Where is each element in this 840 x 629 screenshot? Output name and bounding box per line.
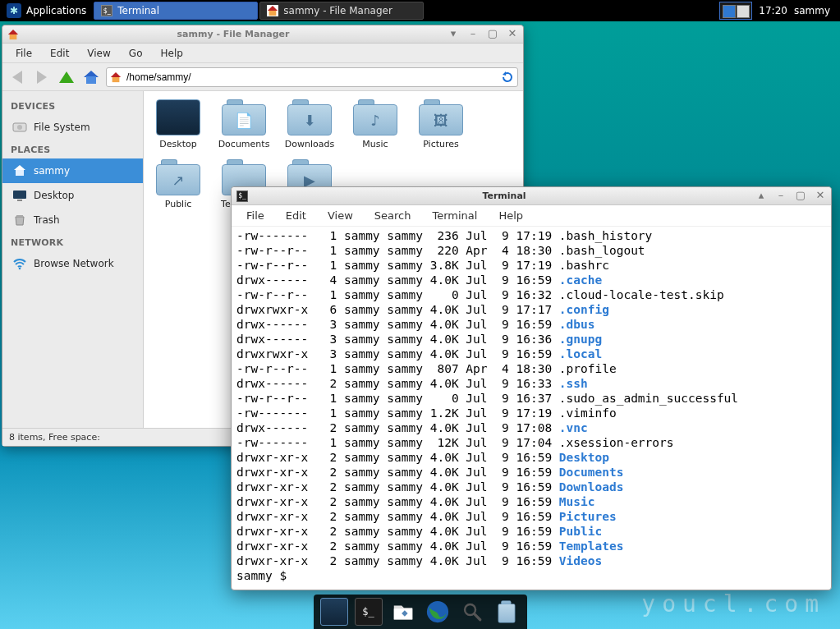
term-menu-file[interactable]: File xyxy=(236,207,274,224)
wifi-icon xyxy=(12,256,27,271)
fm-maximize-button[interactable]: ▢ xyxy=(487,29,498,40)
dock-terminal[interactable]: $_ xyxy=(355,598,383,626)
fm-menu-go[interactable]: Go xyxy=(121,46,151,61)
system-tray: 17:20 sammy xyxy=(713,0,840,21)
clock: 17:20 xyxy=(759,5,787,16)
folder-label: Pictures xyxy=(423,139,459,149)
nav-back-button[interactable] xyxy=(7,67,27,87)
desktop-icon xyxy=(12,188,27,203)
fm-close-button[interactable]: ✕ xyxy=(507,29,518,40)
nav-home-button[interactable] xyxy=(81,67,101,87)
dock-web-browser[interactable] xyxy=(424,598,452,626)
sidebar-item-browse-network[interactable]: Browse Network xyxy=(2,251,143,276)
location-bar xyxy=(106,67,518,87)
sidebar-item-label: Browse Network xyxy=(34,258,114,269)
terminal-output[interactable]: -rw------- 1 sammy sammy 236 Jul 9 17:19… xyxy=(232,227,831,590)
svg-line-9 xyxy=(474,613,480,619)
folder-icon: 🖼 xyxy=(419,99,463,135)
fm-menubar: FileEditViewGoHelp xyxy=(2,44,523,63)
svg-point-7 xyxy=(426,601,448,622)
folder-icon: ↗ xyxy=(156,159,200,195)
sidebar-head-places: PLACES xyxy=(2,140,143,158)
folder-public[interactable]: ↗Public xyxy=(150,159,206,209)
folder-icon: ⬇ xyxy=(287,99,332,135)
home-icon xyxy=(7,29,19,40)
sidebar-item-label: Desktop xyxy=(34,190,75,201)
folder-music[interactable]: ♪Music xyxy=(347,99,403,149)
fm-toolbar xyxy=(2,63,523,91)
sidebar-item-sammy[interactable]: sammy xyxy=(2,158,143,183)
term-menu-view[interactable]: View xyxy=(318,207,363,224)
folder-label: Documents xyxy=(218,139,270,149)
fm-minimize-button[interactable]: – xyxy=(467,29,479,40)
dock-app-finder[interactable] xyxy=(458,598,486,626)
sidebar-head-devices: DEVICES xyxy=(2,96,143,115)
fm-titlebar[interactable]: sammy - File Manager ▾ – ▢ ✕ xyxy=(2,25,523,44)
dock-show-desktop[interactable] xyxy=(320,598,348,626)
path-input[interactable] xyxy=(126,71,496,83)
sidebar-item-label: Trash xyxy=(34,214,60,226)
term-menubar: FileEditViewSearchTerminalHelp xyxy=(232,205,831,227)
applications-menu[interactable]: ✱ Applications xyxy=(0,0,93,21)
folder-desktop[interactable]: Desktop xyxy=(150,99,206,149)
terminal-icon: $_ xyxy=(101,5,112,16)
term-roll-button[interactable]: ▴ xyxy=(755,191,767,202)
home-icon xyxy=(110,71,122,83)
svg-rect-3 xyxy=(13,191,26,199)
term-menu-help[interactable]: Help xyxy=(489,207,533,224)
fm-menu-file[interactable]: File xyxy=(7,46,40,61)
dock-home-folder[interactable] xyxy=(493,598,521,626)
xfce-logo-icon: ✱ xyxy=(7,3,21,18)
terminal-icon: $_ xyxy=(236,191,248,202)
folder-icon xyxy=(156,99,200,135)
term-menu-edit[interactable]: Edit xyxy=(276,207,316,224)
folder-label: Public xyxy=(165,199,192,209)
folder-pictures[interactable]: 🖼Pictures xyxy=(413,99,469,149)
taskbar-item-0[interactable]: $_Terminal xyxy=(94,2,258,20)
user-menu[interactable]: sammy xyxy=(794,5,833,16)
fm-menu-edit[interactable]: Edit xyxy=(42,46,77,61)
taskbar: $_Terminalsammy - File Manager xyxy=(93,0,425,21)
refresh-button[interactable] xyxy=(501,71,514,84)
svg-rect-4 xyxy=(17,200,22,201)
folder-label: Downloads xyxy=(285,139,334,149)
svg-point-1 xyxy=(17,125,22,130)
watermark: youcl.com xyxy=(641,590,825,618)
sidebar-item-trash[interactable]: Trash xyxy=(2,208,143,232)
term-titlebar[interactable]: $_ Terminal ▴ – ▢ ✕ xyxy=(232,187,831,205)
sidebar-item-file-system[interactable]: File System xyxy=(2,115,143,140)
folder-documents[interactable]: 📄Documents xyxy=(216,99,272,149)
folder-icon: 📄 xyxy=(222,99,266,135)
nav-up-button[interactable] xyxy=(57,67,76,87)
top-panel: ✱ Applications $_Terminalsammy - File Ma… xyxy=(0,0,840,21)
dock-file-manager[interactable] xyxy=(389,598,417,626)
workspace-switcher[interactable] xyxy=(719,2,752,20)
term-menu-terminal[interactable]: Terminal xyxy=(422,207,487,224)
folder-downloads[interactable]: ⬇Downloads xyxy=(282,99,337,149)
term-close-button[interactable]: ✕ xyxy=(815,191,826,202)
applications-label: Applications xyxy=(26,5,86,16)
term-menu-search[interactable]: Search xyxy=(365,207,421,224)
terminal-window: $_ Terminal ▴ – ▢ ✕ FileEditViewSearchTe… xyxy=(231,186,832,590)
fm-roll-button[interactable]: ▾ xyxy=(448,29,459,40)
fm-menu-help[interactable]: Help xyxy=(152,46,190,61)
folder-label: Desktop xyxy=(159,139,196,149)
nav-forward-button[interactable] xyxy=(32,67,52,87)
fm-menu-view[interactable]: View xyxy=(79,46,118,61)
term-minimize-button[interactable]: – xyxy=(775,191,787,202)
bottom-dock: $_ xyxy=(314,595,527,629)
home-icon xyxy=(267,5,278,16)
term-maximize-button[interactable]: ▢ xyxy=(795,191,806,202)
fm-sidebar: DEVICES File System PLACES sammyDesktopT… xyxy=(2,91,144,428)
sidebar-item-desktop[interactable]: Desktop xyxy=(2,183,143,208)
home-icon xyxy=(12,163,27,178)
sidebar-item-label: File System xyxy=(34,122,90,133)
folder-icon: ♪ xyxy=(353,99,397,135)
svg-point-6 xyxy=(19,268,21,270)
fm-title: sammy - File Manager xyxy=(25,29,441,39)
taskbar-item-1[interactable]: sammy - File Manager xyxy=(259,2,424,20)
disk-icon xyxy=(12,120,27,135)
folder-label: Music xyxy=(362,139,388,149)
sidebar-head-network: NETWORK xyxy=(2,232,143,251)
taskbar-item-label: Terminal xyxy=(117,5,159,16)
